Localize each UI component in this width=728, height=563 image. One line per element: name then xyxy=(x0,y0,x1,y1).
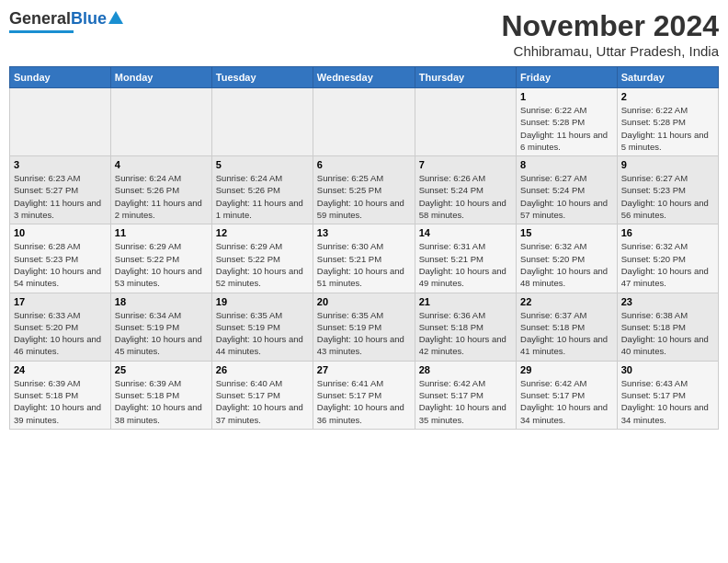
day-number: 1 xyxy=(520,91,613,102)
calendar-cell: 13Sunrise: 6:30 AM Sunset: 5:21 PM Dayli… xyxy=(313,224,415,293)
day-info: Sunrise: 6:31 AM Sunset: 5:21 PM Dayligh… xyxy=(419,240,512,289)
calendar-cell: 8Sunrise: 6:27 AM Sunset: 5:24 PM Daylig… xyxy=(517,156,618,224)
day-info: Sunrise: 6:37 AM Sunset: 5:18 PM Dayligh… xyxy=(520,309,613,358)
calendar-subtitle: Chhibramau, Uttar Pradesh, India xyxy=(501,43,719,59)
day-number: 4 xyxy=(115,159,208,170)
calendar-cell xyxy=(10,88,111,156)
day-info: Sunrise: 6:34 AM Sunset: 5:19 PM Dayligh… xyxy=(115,309,208,358)
day-number: 16 xyxy=(621,227,714,238)
day-number: 23 xyxy=(621,296,714,307)
day-info: Sunrise: 6:38 AM Sunset: 5:18 PM Dayligh… xyxy=(621,309,714,358)
day-info: Sunrise: 6:22 AM Sunset: 5:28 PM Dayligh… xyxy=(621,104,714,153)
day-info: Sunrise: 6:30 AM Sunset: 5:21 PM Dayligh… xyxy=(317,240,411,289)
title-block: November 2024 Chhibramau, Uttar Pradesh,… xyxy=(501,9,719,59)
calendar-cell: 14Sunrise: 6:31 AM Sunset: 5:21 PM Dayli… xyxy=(415,224,516,293)
day-number: 2 xyxy=(621,91,714,102)
day-number: 12 xyxy=(216,227,309,238)
day-number: 17 xyxy=(14,296,107,307)
calendar-cell: 2Sunrise: 6:22 AM Sunset: 5:28 PM Daylig… xyxy=(617,88,718,156)
day-number: 19 xyxy=(216,296,309,307)
day-number: 11 xyxy=(115,227,208,238)
day-info: Sunrise: 6:32 AM Sunset: 5:20 PM Dayligh… xyxy=(621,240,714,289)
col-monday: Monday xyxy=(110,67,211,88)
day-info: Sunrise: 6:36 AM Sunset: 5:18 PM Dayligh… xyxy=(419,309,512,358)
calendar-cell: 22Sunrise: 6:37 AM Sunset: 5:18 PM Dayli… xyxy=(517,293,618,361)
calendar-cell: 15Sunrise: 6:32 AM Sunset: 5:20 PM Dayli… xyxy=(517,224,618,293)
day-info: Sunrise: 6:27 AM Sunset: 5:24 PM Dayligh… xyxy=(520,172,613,221)
day-number: 28 xyxy=(419,364,512,375)
calendar-cell: 30Sunrise: 6:43 AM Sunset: 5:17 PM Dayli… xyxy=(617,361,718,429)
calendar-cell: 28Sunrise: 6:42 AM Sunset: 5:17 PM Dayli… xyxy=(415,361,516,429)
calendar-cell: 11Sunrise: 6:29 AM Sunset: 5:22 PM Dayli… xyxy=(110,224,211,293)
calendar-cell: 17Sunrise: 6:33 AM Sunset: 5:20 PM Dayli… xyxy=(10,293,111,361)
calendar-cell: 18Sunrise: 6:34 AM Sunset: 5:19 PM Dayli… xyxy=(110,293,211,361)
col-tuesday: Tuesday xyxy=(211,67,313,88)
day-number: 26 xyxy=(216,364,309,375)
day-number: 30 xyxy=(621,364,714,375)
calendar-cell: 27Sunrise: 6:41 AM Sunset: 5:17 PM Dayli… xyxy=(313,361,415,429)
day-info: Sunrise: 6:39 AM Sunset: 5:18 PM Dayligh… xyxy=(14,377,107,426)
calendar-week-row: 10Sunrise: 6:28 AM Sunset: 5:23 PM Dayli… xyxy=(10,224,719,293)
day-info: Sunrise: 6:29 AM Sunset: 5:22 PM Dayligh… xyxy=(115,240,208,289)
day-number: 24 xyxy=(14,364,107,375)
logo-blue-text: Blue xyxy=(71,9,107,29)
day-info: Sunrise: 6:28 AM Sunset: 5:23 PM Dayligh… xyxy=(14,240,107,289)
calendar-cell: 4Sunrise: 6:24 AM Sunset: 5:26 PM Daylig… xyxy=(110,156,211,224)
day-number: 29 xyxy=(520,364,613,375)
weekday-header-row: Sunday Monday Tuesday Wednesday Thursday… xyxy=(10,67,719,88)
calendar-cell: 20Sunrise: 6:35 AM Sunset: 5:19 PM Dayli… xyxy=(313,293,415,361)
col-sunday: Sunday xyxy=(10,67,111,88)
calendar-cell: 5Sunrise: 6:24 AM Sunset: 5:26 PM Daylig… xyxy=(211,156,313,224)
logo: General Blue xyxy=(9,9,123,33)
calendar-week-row: 24Sunrise: 6:39 AM Sunset: 5:18 PM Dayli… xyxy=(10,361,719,429)
calendar-header: Sunday Monday Tuesday Wednesday Thursday… xyxy=(10,67,719,88)
logo-triangle-icon xyxy=(108,11,123,24)
day-info: Sunrise: 6:39 AM Sunset: 5:18 PM Dayligh… xyxy=(115,377,208,426)
day-info: Sunrise: 6:42 AM Sunset: 5:17 PM Dayligh… xyxy=(520,377,613,426)
calendar-cell: 29Sunrise: 6:42 AM Sunset: 5:17 PM Dayli… xyxy=(517,361,618,429)
day-info: Sunrise: 6:24 AM Sunset: 5:26 PM Dayligh… xyxy=(115,172,208,221)
day-info: Sunrise: 6:25 AM Sunset: 5:25 PM Dayligh… xyxy=(317,172,411,221)
calendar-cell: 6Sunrise: 6:25 AM Sunset: 5:25 PM Daylig… xyxy=(313,156,415,224)
day-info: Sunrise: 6:35 AM Sunset: 5:19 PM Dayligh… xyxy=(216,309,309,358)
calendar-cell: 1Sunrise: 6:22 AM Sunset: 5:28 PM Daylig… xyxy=(517,88,618,156)
day-info: Sunrise: 6:35 AM Sunset: 5:19 PM Dayligh… xyxy=(317,309,411,358)
day-number: 9 xyxy=(621,159,714,170)
day-number: 18 xyxy=(115,296,208,307)
calendar-week-row: 17Sunrise: 6:33 AM Sunset: 5:20 PM Dayli… xyxy=(10,293,719,361)
calendar-table: Sunday Monday Tuesday Wednesday Thursday… xyxy=(9,66,719,430)
day-number: 22 xyxy=(520,296,613,307)
calendar-cell: 7Sunrise: 6:26 AM Sunset: 5:24 PM Daylig… xyxy=(415,156,516,224)
day-info: Sunrise: 6:42 AM Sunset: 5:17 PM Dayligh… xyxy=(419,377,512,426)
calendar-cell: 25Sunrise: 6:39 AM Sunset: 5:18 PM Dayli… xyxy=(110,361,211,429)
day-info: Sunrise: 6:29 AM Sunset: 5:22 PM Dayligh… xyxy=(216,240,309,289)
day-info: Sunrise: 6:40 AM Sunset: 5:17 PM Dayligh… xyxy=(216,377,309,426)
calendar-cell xyxy=(211,88,313,156)
calendar-cell: 10Sunrise: 6:28 AM Sunset: 5:23 PM Dayli… xyxy=(10,224,111,293)
col-thursday: Thursday xyxy=(415,67,516,88)
day-number: 20 xyxy=(317,296,411,307)
day-number: 8 xyxy=(520,159,613,170)
day-number: 3 xyxy=(14,159,107,170)
day-number: 6 xyxy=(317,159,411,170)
day-info: Sunrise: 6:43 AM Sunset: 5:17 PM Dayligh… xyxy=(621,377,714,426)
day-number: 14 xyxy=(419,227,512,238)
day-info: Sunrise: 6:32 AM Sunset: 5:20 PM Dayligh… xyxy=(520,240,613,289)
calendar-cell: 3Sunrise: 6:23 AM Sunset: 5:27 PM Daylig… xyxy=(10,156,111,224)
day-number: 15 xyxy=(520,227,613,238)
calendar-cell: 24Sunrise: 6:39 AM Sunset: 5:18 PM Dayli… xyxy=(10,361,111,429)
calendar-cell xyxy=(313,88,415,156)
calendar-cell xyxy=(110,88,211,156)
day-info: Sunrise: 6:27 AM Sunset: 5:23 PM Dayligh… xyxy=(621,172,714,221)
col-saturday: Saturday xyxy=(617,67,718,88)
calendar-cell xyxy=(415,88,516,156)
calendar-cell: 9Sunrise: 6:27 AM Sunset: 5:23 PM Daylig… xyxy=(617,156,718,224)
col-friday: Friday xyxy=(517,67,618,88)
day-info: Sunrise: 6:24 AM Sunset: 5:26 PM Dayligh… xyxy=(216,172,309,221)
calendar-cell: 23Sunrise: 6:38 AM Sunset: 5:18 PM Dayli… xyxy=(617,293,718,361)
day-info: Sunrise: 6:33 AM Sunset: 5:20 PM Dayligh… xyxy=(14,309,107,358)
day-number: 13 xyxy=(317,227,411,238)
day-info: Sunrise: 6:26 AM Sunset: 5:24 PM Dayligh… xyxy=(419,172,512,221)
calendar-body: 1Sunrise: 6:22 AM Sunset: 5:28 PM Daylig… xyxy=(10,88,719,430)
day-number: 25 xyxy=(115,364,208,375)
